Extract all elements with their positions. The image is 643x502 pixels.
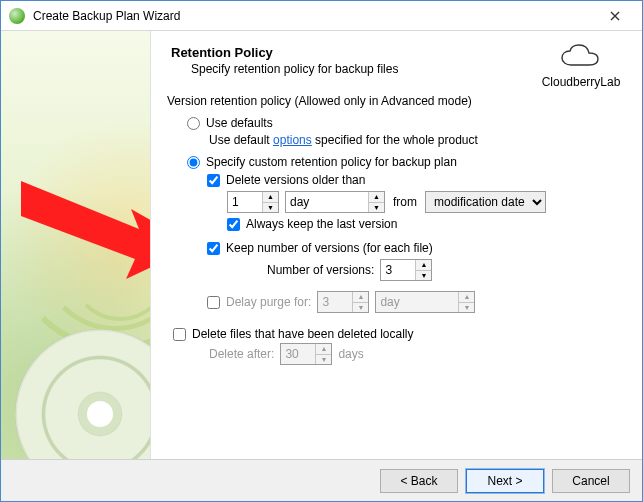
title-bar: Create Backup Plan Wizard [1,1,642,31]
options-link[interactable]: options [273,133,312,147]
back-button[interactable]: < Back [380,469,458,493]
versions-count-label: Number of versions: [267,263,374,277]
older-unit-input[interactable] [286,192,368,212]
delay-unit-spinner: ▲▼ [375,291,475,313]
delete-after-input [281,344,315,364]
delete-after-label: Delete after: [209,347,274,361]
spin-up-icon[interactable]: ▲ [263,192,278,203]
use-defaults-note: Use default options specified for the wh… [209,133,626,147]
brand-logo: CloudberryLab [536,41,626,90]
versions-count-spinner[interactable]: ▲▼ [380,259,432,281]
radio-use-defaults-label: Use defaults [206,116,273,130]
spin-up-icon[interactable]: ▲ [416,260,431,271]
check-delete-local[interactable]: Delete files that have been deleted loca… [173,327,626,341]
check-delay-purge-input[interactable] [207,296,220,309]
delay-unit-input [376,292,458,312]
cancel-button[interactable]: Cancel [552,469,630,493]
delay-amount-input [318,292,352,312]
brand-name: CloudberryLab [536,75,626,89]
spin-down-icon[interactable]: ▼ [369,203,384,213]
check-delay-purge-label: Delay purge for: [226,295,311,309]
wizard-side-graphic [1,31,151,459]
app-icon [9,8,25,24]
check-delete-local-input[interactable] [173,328,186,341]
delay-amount-spinner: ▲▼ [317,291,369,313]
radio-use-defaults[interactable]: Use defaults [187,116,626,130]
cloud-icon [557,43,605,73]
check-delete-local-label: Delete files that have been deleted loca… [192,327,413,341]
check-keep-last-label: Always keep the last version [246,217,397,231]
page-title: Retention Policy [171,45,536,60]
delete-after-controls: Delete after: ▲▼ days [209,343,626,365]
delete-after-spinner: ▲▼ [280,343,332,365]
delete-older-controls: ▲▼ ▲▼ from modification date [227,191,626,213]
check-delay-purge[interactable]: Delay purge for: ▲▼ ▲▼ [207,291,626,313]
check-keep-last[interactable]: Always keep the last version [227,217,626,231]
check-keep-last-input[interactable] [227,218,240,231]
section-note: Version retention policy (Allowed only i… [167,94,626,108]
older-amount-input[interactable] [228,192,262,212]
wizard-footer: < Back Next > Cancel [1,459,642,501]
close-button[interactable] [594,2,636,30]
versions-count-input[interactable] [381,260,415,280]
keep-versions-controls: Number of versions: ▲▼ [267,259,626,281]
radio-custom-policy-input[interactable] [187,156,200,169]
older-amount-spinner[interactable]: ▲▼ [227,191,279,213]
wizard-page: Retention Policy Specify retention polic… [151,31,642,459]
check-keep-versions[interactable]: Keep number of versions (for each file) [207,241,626,255]
next-button[interactable]: Next > [466,469,544,493]
from-select[interactable]: modification date [425,191,546,213]
check-delete-older[interactable]: Delete versions older than [207,173,626,187]
older-unit-spinner[interactable]: ▲▼ [285,191,385,213]
window-title: Create Backup Plan Wizard [33,9,594,23]
check-keep-versions-label: Keep number of versions (for each file) [226,241,433,255]
radio-custom-policy-label: Specify custom retention policy for back… [206,155,457,169]
spin-up-icon[interactable]: ▲ [369,192,384,203]
close-icon [610,11,620,21]
from-label: from [393,195,417,209]
check-keep-versions-input[interactable] [207,242,220,255]
page-subtitle: Specify retention policy for backup file… [191,62,536,76]
radio-use-defaults-input[interactable] [187,117,200,130]
spin-down-icon[interactable]: ▼ [416,271,431,281]
spin-down-icon[interactable]: ▼ [263,203,278,213]
check-delete-older-label: Delete versions older than [226,173,365,187]
radio-custom-policy[interactable]: Specify custom retention policy for back… [187,155,626,169]
delete-after-suffix: days [338,347,363,361]
check-delete-older-input[interactable] [207,174,220,187]
